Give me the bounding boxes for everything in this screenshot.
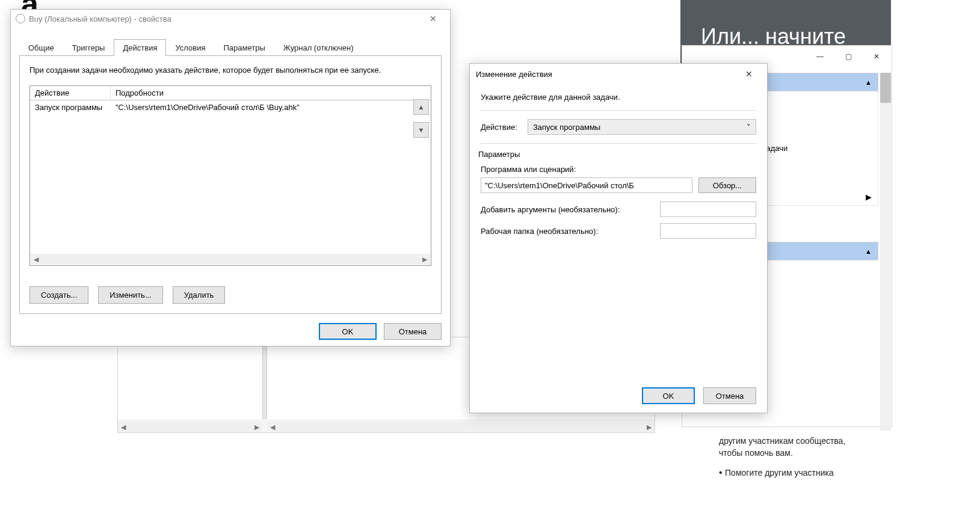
scroll-right-icon[interactable]: ▶ xyxy=(421,256,429,263)
table-scrollbar[interactable]: ◀ ▶ xyxy=(31,254,430,265)
splitter[interactable] xyxy=(262,337,267,419)
action-select[interactable]: Запуск программы ˅ xyxy=(528,119,756,135)
create-button[interactable]: Создать... xyxy=(29,286,88,304)
col-details[interactable]: Подробности xyxy=(111,86,431,100)
collapse-icon: ▲ xyxy=(865,248,872,255)
startdir-input[interactable] xyxy=(660,223,756,239)
chevron-down-icon: ˅ xyxy=(747,123,751,132)
scroll-right-icon[interactable]: ▶ xyxy=(645,423,653,431)
browse-button[interactable]: Обзор... xyxy=(698,177,756,193)
cancel-button[interactable]: Отмена xyxy=(384,323,442,340)
program-input[interactable] xyxy=(481,177,692,193)
startdir-label: Рабочая папка (необязательно): xyxy=(481,227,598,236)
community-line2: чтобы помочь вам. xyxy=(719,448,887,458)
scroll-left-icon[interactable]: ◀ xyxy=(268,423,277,431)
arguments-input[interactable] xyxy=(660,201,756,217)
scroll-left-icon[interactable]: ◀ xyxy=(32,256,40,263)
arguments-label: Добавить аргументы (необязательно): xyxy=(481,205,620,214)
cell-action: Запуск программы xyxy=(30,100,111,114)
task-properties-dialog: Buy (Локальный компьютер) - свойства ✕ О… xyxy=(10,9,451,346)
dialog1-title: Buy (Локальный компьютер) - свойства xyxy=(29,14,171,23)
close-icon[interactable]: ✕ xyxy=(863,48,890,66)
tab-actions[interactable]: Действия xyxy=(114,39,166,56)
group-label: Параметры xyxy=(478,150,756,159)
dialog1-footer: OK Отмена xyxy=(319,323,442,340)
program-label: Программа или сценарий: xyxy=(481,165,576,174)
maximize-icon[interactable]: ▢ xyxy=(834,48,862,66)
action-label: Действие: xyxy=(481,123,523,132)
edit-action-dialog: Изменение действия ✕ Укажите действие дл… xyxy=(469,63,768,413)
action-select-value: Запуск программы xyxy=(533,123,600,132)
minimize-icon[interactable]: — xyxy=(806,48,834,66)
scroll-right-icon[interactable]: ▶ xyxy=(253,423,261,431)
reorder-buttons: ▲ ▼ xyxy=(413,99,429,138)
dialog1-tabs: Общие Триггеры Действия Условия Параметр… xyxy=(11,38,450,55)
tab-conditions[interactable]: Условия xyxy=(166,39,214,56)
table-row[interactable]: Запуск программы "C:\Users\rtem1\OneDriv… xyxy=(30,100,431,114)
dialog2-hint: Укажите действие для данной задачи. xyxy=(481,93,756,111)
collapse-icon: ▲ xyxy=(865,79,872,86)
delete-button[interactable]: Удалить xyxy=(173,286,226,304)
tab-triggers[interactable]: Триггеры xyxy=(63,39,114,56)
dialog2-titlebar: Изменение действия ✕ xyxy=(470,64,767,84)
col-action[interactable]: Действие xyxy=(30,86,111,100)
edit-button[interactable]: Изменить... xyxy=(98,286,162,304)
move-down-button[interactable]: ▼ xyxy=(413,122,429,138)
clock-icon xyxy=(16,14,25,23)
scheduler-scrollbar[interactable] xyxy=(880,73,891,431)
tab-settings[interactable]: Параметры xyxy=(215,39,274,56)
dialog1-instruction: При создании задачи необходимо указать д… xyxy=(29,66,431,75)
actions-table-header: Действие Подробности xyxy=(30,86,431,100)
community-text: другим участникам сообщества, чтобы помо… xyxy=(719,436,887,478)
dialog2-footer: OK Отмена xyxy=(642,387,756,404)
community-line1: другим участникам сообщества, xyxy=(719,436,887,446)
tab-history[interactable]: Журнал (отключен) xyxy=(274,39,363,56)
actions-table[interactable]: Действие Подробности Запуск программы "C… xyxy=(29,85,431,266)
scrollbar-horizontal[interactable]: ◀ ▶ xyxy=(267,422,655,432)
tab-general[interactable]: Общие xyxy=(19,39,63,56)
dialog1-tabpanel: При создании задачи необходимо указать д… xyxy=(19,55,442,314)
dialog1-titlebar: Buy (Локальный компьютер) - свойства ✕ xyxy=(11,10,450,28)
cancel-button[interactable]: Отмена xyxy=(703,387,756,404)
move-up-button[interactable]: ▲ xyxy=(413,99,429,115)
ok-button[interactable]: OK xyxy=(319,323,377,340)
scroll-left-icon[interactable]: ◀ xyxy=(119,423,128,431)
cell-details: "C:\Users\rtem1\OneDrive\Рабочий стол\Б … xyxy=(111,100,431,114)
close-icon[interactable]: ✕ xyxy=(421,14,445,23)
close-icon[interactable]: ✕ xyxy=(737,69,761,79)
ok-button[interactable]: OK xyxy=(642,387,695,404)
scrollbar-horizontal[interactable]: ◀ ▶ xyxy=(118,422,262,432)
community-bullet: Помогите другим участника xyxy=(719,467,887,478)
crud-buttons: Создать... Изменить... Удалить xyxy=(29,286,225,304)
dialog2-title: Изменение действия xyxy=(476,70,552,79)
